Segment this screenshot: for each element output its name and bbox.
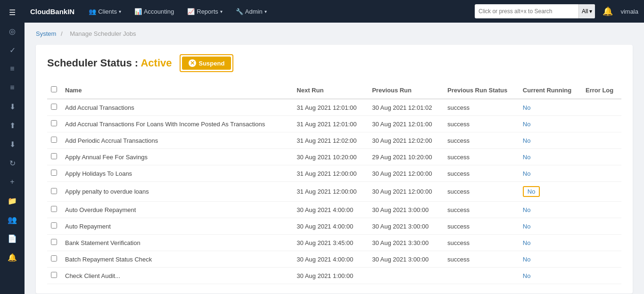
col-prev-status: Previous Run Status xyxy=(444,82,519,99)
notification-bell-icon[interactable]: 🔔 xyxy=(603,6,613,16)
row-checkbox[interactable] xyxy=(51,255,57,261)
job-name: Auto Repayment xyxy=(61,218,293,235)
sidebar-add-icon[interactable]: + xyxy=(4,173,21,190)
accounting-icon: 📊 xyxy=(134,8,142,15)
row-checkbox[interactable] xyxy=(51,104,57,110)
nav-admin[interactable]: 🔧 Admin ▾ xyxy=(231,5,272,18)
table-row: Check Client Audit...30 Aug 2021 1:00:00… xyxy=(47,268,621,284)
job-name: Bank Statement Verification xyxy=(61,235,293,251)
scheduler-header: Scheduler Status : Active ✕ Suspend xyxy=(47,54,621,72)
job-name: Auto Overdue Repayment xyxy=(61,202,293,218)
table-row: Apply Holidays To Loans31 Aug 2021 12:00… xyxy=(47,165,621,182)
brand-logo[interactable]: CloudBankIN xyxy=(30,8,74,16)
error-log xyxy=(582,165,621,182)
next-run: 30 Aug 2021 3:45:00 xyxy=(293,235,368,251)
current-running[interactable]: No xyxy=(519,182,582,202)
reports-chevron-icon: ▾ xyxy=(220,9,223,14)
row-checkbox[interactable] xyxy=(51,153,57,159)
error-log xyxy=(582,202,621,218)
prev-status: success xyxy=(444,251,519,268)
current-running[interactable]: No xyxy=(519,116,582,132)
select-all-checkbox[interactable] xyxy=(51,86,57,92)
nav-clients[interactable]: 👥 Clients ▾ xyxy=(84,5,126,18)
user-menu[interactable]: vimala xyxy=(620,8,638,15)
current-running[interactable]: No xyxy=(519,165,582,182)
prev-run: 30 Aug 2021 12:01:02 xyxy=(368,99,444,116)
prev-status: success xyxy=(444,149,519,165)
job-name: Add Accrual Transactions For Loans With … xyxy=(61,116,293,132)
current-running[interactable]: No xyxy=(519,149,582,165)
prev-status: success xyxy=(444,182,519,202)
search-filter-dropdown[interactable]: All ▾ xyxy=(578,4,595,18)
job-name: Check Client Audit... xyxy=(61,268,293,284)
breadcrumb-current: Manage Scheduler Jobs xyxy=(70,30,136,37)
row-checkbox[interactable] xyxy=(51,120,57,126)
nav-accounting[interactable]: 📊 Accounting xyxy=(130,5,179,18)
current-running[interactable]: No xyxy=(519,99,582,116)
row-checkbox[interactable] xyxy=(51,222,57,229)
next-run: 30 Aug 2021 4:00:00 xyxy=(293,218,368,235)
search-box: All ▾ xyxy=(475,4,595,18)
table-row: Add Accrual Transactions31 Aug 2021 12:0… xyxy=(47,99,621,116)
job-name: Add Accrual Transactions xyxy=(61,99,293,116)
prev-status: success xyxy=(444,99,519,116)
sidebar-download2-icon[interactable]: ⬇ xyxy=(4,136,21,153)
table-row: Auto Repayment30 Aug 2021 4:00:0030 Aug … xyxy=(47,218,621,235)
next-run: 30 Aug 2021 1:00:00 xyxy=(293,268,368,284)
next-run: 31 Aug 2021 12:01:00 xyxy=(293,99,368,116)
col-name: Name xyxy=(61,82,293,99)
sidebar-bell-icon[interactable]: 🔔 xyxy=(4,249,21,266)
sidebar-menu-icon[interactable]: ☰ xyxy=(4,4,21,21)
prev-status: success xyxy=(444,202,519,218)
sidebar-file-icon[interactable]: 📄 xyxy=(4,230,21,247)
current-running[interactable]: No xyxy=(519,218,582,235)
next-run: 31 Aug 2021 12:00:00 xyxy=(293,182,368,202)
breadcrumb-system[interactable]: System xyxy=(36,30,56,37)
search-input[interactable] xyxy=(475,6,578,16)
prev-status xyxy=(444,268,519,284)
current-running[interactable]: No xyxy=(519,235,582,251)
job-name: Apply Annual Fee For Savings xyxy=(61,149,293,165)
prev-run: 29 Aug 2021 10:20:00 xyxy=(368,149,444,165)
row-checkbox[interactable] xyxy=(51,239,57,245)
row-checkbox[interactable] xyxy=(51,272,57,278)
prev-run: 30 Aug 2021 12:00:00 xyxy=(368,165,444,182)
sidebar-folder-icon[interactable]: 📁 xyxy=(4,192,21,209)
table-row: Apply Annual Fee For Savings30 Aug 2021 … xyxy=(47,149,621,165)
prev-status: success xyxy=(444,132,519,149)
dropdown-chevron-icon: ▾ xyxy=(589,8,592,15)
suspend-button[interactable]: ✕ Suspend xyxy=(182,57,231,70)
current-running[interactable]: No xyxy=(519,132,582,149)
reports-icon: 📈 xyxy=(187,8,195,15)
scheduler-card: Scheduler Status : Active ✕ Suspend xyxy=(36,45,633,294)
row-checkbox[interactable] xyxy=(51,206,57,212)
sidebar-users-icon[interactable]: 👥 xyxy=(4,211,21,228)
current-running[interactable]: No xyxy=(519,251,582,268)
sidebar-upload-icon[interactable]: ⬆ xyxy=(4,117,21,134)
breadcrumb-separator: / xyxy=(61,30,63,37)
current-running[interactable]: No xyxy=(519,202,582,218)
prev-status: success xyxy=(444,235,519,251)
table-row: Bank Statement Verification30 Aug 2021 3… xyxy=(47,235,621,251)
content: System / Manage Scheduler Jobs Scheduler… xyxy=(25,23,644,294)
prev-status: success xyxy=(444,218,519,235)
row-checkbox[interactable] xyxy=(51,137,57,143)
sidebar-download-icon[interactable]: ⬇ xyxy=(4,98,21,115)
scheduler-title: Scheduler Status : Active xyxy=(47,57,172,69)
row-checkbox[interactable] xyxy=(51,170,57,176)
prev-run: 30 Aug 2021 12:00:00 xyxy=(368,182,444,202)
sidebar-check-icon[interactable]: ✓ xyxy=(4,41,21,58)
sidebar-list-icon[interactable]: ≡ xyxy=(4,60,21,77)
nav-reports[interactable]: 📈 Reports ▾ xyxy=(182,5,227,18)
admin-chevron-icon: ▾ xyxy=(264,9,267,14)
error-log xyxy=(582,132,621,149)
error-log xyxy=(582,268,621,284)
sidebar-refresh-icon[interactable]: ↻ xyxy=(4,155,21,172)
prev-status: success xyxy=(444,116,519,132)
sidebar-list2-icon[interactable]: ≡ xyxy=(4,79,21,96)
prev-run: 30 Aug 2021 12:01:00 xyxy=(368,116,444,132)
row-checkbox[interactable] xyxy=(51,188,57,194)
prev-run xyxy=(368,268,444,284)
sidebar-home-icon[interactable]: ◎ xyxy=(4,23,21,40)
current-running[interactable]: No xyxy=(519,268,582,284)
